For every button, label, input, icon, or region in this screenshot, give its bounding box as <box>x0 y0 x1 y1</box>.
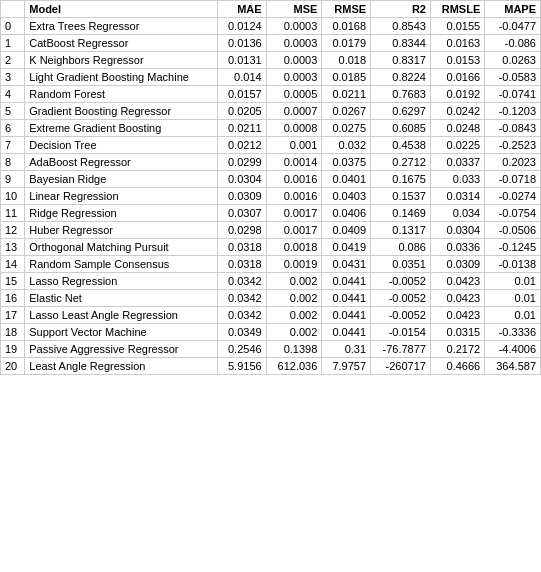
cell-rmse: 0.0403 <box>322 188 371 205</box>
cell-rmse: 0.018 <box>322 52 371 69</box>
table-row: 17Lasso Least Angle Regression0.03420.00… <box>1 307 541 324</box>
cell-rmse: 0.0168 <box>322 18 371 35</box>
cell-r2: 0.1537 <box>371 188 431 205</box>
cell-idx: 8 <box>1 154 25 171</box>
cell-mape: -0.2523 <box>485 137 541 154</box>
cell-r2: 0.6297 <box>371 103 431 120</box>
cell-mae: 0.0318 <box>217 256 266 273</box>
cell-mae: 0.0307 <box>217 205 266 222</box>
cell-idx: 9 <box>1 171 25 188</box>
table-row: 10Linear Regression0.03090.00160.04030.1… <box>1 188 541 205</box>
cell-rmse: 0.0267 <box>322 103 371 120</box>
cell-model: Random Forest <box>25 86 218 103</box>
cell-r2: 0.1675 <box>371 171 431 188</box>
table-row: 2K Neighbors Regressor0.01310.00030.0180… <box>1 52 541 69</box>
table-row: 7Decision Tree0.02120.0010.0320.45380.02… <box>1 137 541 154</box>
cell-r2: 0.6085 <box>371 120 431 137</box>
cell-model: Huber Regressor <box>25 222 218 239</box>
cell-idx: 4 <box>1 86 25 103</box>
cell-mape: 364.587 <box>485 358 541 375</box>
table-row: 5Gradient Boosting Regressor0.02050.0007… <box>1 103 541 120</box>
cell-mape: -0.0843 <box>485 120 541 137</box>
regression-results-table: ModelMAEMSERMSER2RMSLEMAPE 0Extra Trees … <box>0 0 541 375</box>
table-row: 12Huber Regressor0.02980.00170.04090.131… <box>1 222 541 239</box>
cell-model: CatBoost Regressor <box>25 35 218 52</box>
cell-mae: 0.0349 <box>217 324 266 341</box>
table-row: 1CatBoost Regressor0.01360.00030.01790.8… <box>1 35 541 52</box>
cell-rmse: 7.9757 <box>322 358 371 375</box>
cell-idx: 1 <box>1 35 25 52</box>
cell-rmsle: 0.0337 <box>430 154 484 171</box>
cell-rmse: 0.0275 <box>322 120 371 137</box>
cell-rmsle: 0.0423 <box>430 273 484 290</box>
cell-mae: 0.0212 <box>217 137 266 154</box>
table-row: 0Extra Trees Regressor0.01240.00030.0168… <box>1 18 541 35</box>
cell-mae: 0.0124 <box>217 18 266 35</box>
cell-idx: 19 <box>1 341 25 358</box>
cell-mape: 0.0263 <box>485 52 541 69</box>
cell-rmsle: 0.0225 <box>430 137 484 154</box>
table-row: 11Ridge Regression0.03070.00170.04060.14… <box>1 205 541 222</box>
cell-r2: -260717 <box>371 358 431 375</box>
cell-idx: 11 <box>1 205 25 222</box>
cell-mape: -0.0274 <box>485 188 541 205</box>
table-row: 15Lasso Regression0.03420.0020.0441-0.00… <box>1 273 541 290</box>
cell-rmsle: 0.0192 <box>430 86 484 103</box>
table-row: 16Elastic Net0.03420.0020.0441-0.00520.0… <box>1 290 541 307</box>
cell-idx: 0 <box>1 18 25 35</box>
cell-rmsle: 0.2172 <box>430 341 484 358</box>
cell-r2: 0.8543 <box>371 18 431 35</box>
cell-rmsle: 0.0155 <box>430 18 484 35</box>
cell-rmsle: 0.0309 <box>430 256 484 273</box>
table-row: 4Random Forest0.01570.00050.02110.76830.… <box>1 86 541 103</box>
cell-rmsle: 0.033 <box>430 171 484 188</box>
cell-mae: 0.0299 <box>217 154 266 171</box>
cell-mae: 0.0136 <box>217 35 266 52</box>
cell-mse: 0.0003 <box>266 52 322 69</box>
cell-idx: 10 <box>1 188 25 205</box>
cell-mape: 0.2023 <box>485 154 541 171</box>
cell-mse: 0.001 <box>266 137 322 154</box>
cell-mape: -0.1203 <box>485 103 541 120</box>
cell-mse: 0.0007 <box>266 103 322 120</box>
cell-model: Ridge Regression <box>25 205 218 222</box>
cell-mape: -0.0477 <box>485 18 541 35</box>
table-row: 13Orthogonal Matching Pursuit0.03180.001… <box>1 239 541 256</box>
column-header-mape: MAPE <box>485 1 541 18</box>
cell-rmsle: 0.0423 <box>430 307 484 324</box>
cell-r2: 0.8224 <box>371 69 431 86</box>
cell-rmsle: 0.0336 <box>430 239 484 256</box>
cell-idx: 6 <box>1 120 25 137</box>
cell-mape: -4.4006 <box>485 341 541 358</box>
cell-rmsle: 0.4666 <box>430 358 484 375</box>
cell-mape: 0.01 <box>485 307 541 324</box>
cell-rmse: 0.0211 <box>322 86 371 103</box>
cell-model: Least Angle Regression <box>25 358 218 375</box>
cell-model: Support Vector Machine <box>25 324 218 341</box>
cell-r2: 0.8344 <box>371 35 431 52</box>
cell-mae: 0.2546 <box>217 341 266 358</box>
cell-rmsle: 0.034 <box>430 205 484 222</box>
cell-mae: 0.0318 <box>217 239 266 256</box>
cell-mse: 0.1398 <box>266 341 322 358</box>
cell-model: AdaBoost Regressor <box>25 154 218 171</box>
cell-idx: 17 <box>1 307 25 324</box>
cell-idx: 5 <box>1 103 25 120</box>
cell-rmse: 0.0441 <box>322 324 371 341</box>
cell-r2: -76.7877 <box>371 341 431 358</box>
cell-idx: 12 <box>1 222 25 239</box>
cell-r2: 0.1469 <box>371 205 431 222</box>
cell-r2: 0.4538 <box>371 137 431 154</box>
cell-rmse: 0.0431 <box>322 256 371 273</box>
table-row: 14Random Sample Consensus0.03180.00190.0… <box>1 256 541 273</box>
cell-mse: 0.0003 <box>266 35 322 52</box>
cell-mse: 0.0016 <box>266 171 322 188</box>
cell-r2: 0.086 <box>371 239 431 256</box>
cell-mae: 0.0131 <box>217 52 266 69</box>
cell-mape: -0.1245 <box>485 239 541 256</box>
cell-mse: 0.002 <box>266 290 322 307</box>
cell-mse: 0.0016 <box>266 188 322 205</box>
cell-mape: -0.0583 <box>485 69 541 86</box>
cell-model: Bayesian Ridge <box>25 171 218 188</box>
cell-mape: -0.0754 <box>485 205 541 222</box>
